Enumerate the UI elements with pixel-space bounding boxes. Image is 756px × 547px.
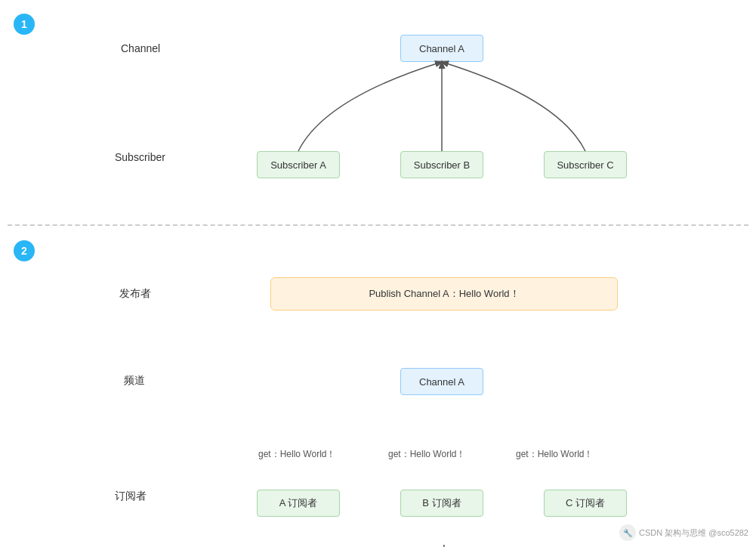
publisher-box: Publish Channel A：Hello World！ [270, 277, 618, 311]
subscriber-label-s2: 订阅者 [115, 490, 147, 503]
watermark-text: CSDN 架构与思维 @sco5282 [639, 527, 748, 539]
subscriber-label-s1: Subscriber [115, 151, 165, 163]
badge-2: 2 [14, 240, 35, 261]
page-container: 1 Channel Subscriber Channel A Subscribe… [0, 0, 756, 547]
badge-1: 1 [14, 14, 35, 35]
divider [8, 224, 748, 226]
channel-label-s1: Channel [121, 42, 160, 54]
publisher-label: 发布者 [119, 287, 151, 301]
subscriber-c-box-s2: C 订阅者 [544, 490, 627, 517]
watermark: 🔧 CSDN 架构与思维 @sco5282 [619, 524, 748, 541]
get-label-a: get：Hello World！ [258, 448, 335, 461]
channel-label-s2: 频道 [124, 374, 145, 388]
subscriber-b-box-s2: B 订阅者 [400, 490, 483, 517]
get-label-b: get：Hello World！ [388, 448, 465, 461]
subscriber-c-box-s1: Subscriber C [544, 151, 627, 178]
subscriber-a-box-s2: A 订阅者 [257, 490, 340, 517]
channel-a-box-s1: Channel A [400, 35, 483, 62]
subscriber-b-box-s1: Subscriber B [400, 151, 483, 178]
watermark-icon: 🔧 [619, 524, 636, 541]
get-label-c: get：Hello World！ [516, 448, 593, 461]
subscriber-a-box-s1: Subscriber A [257, 151, 340, 178]
channel-a-box-s2: Channel A [400, 368, 483, 395]
arrows-svg-s1 [0, 0, 756, 219]
